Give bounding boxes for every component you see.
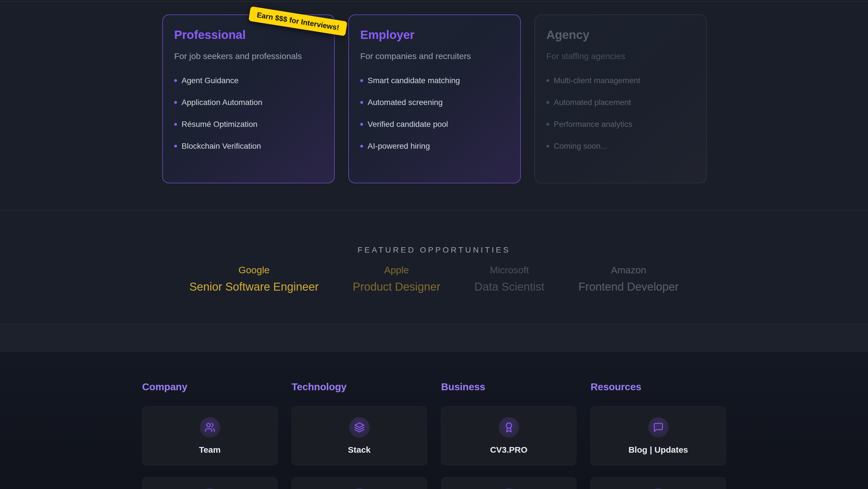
featured-item[interactable]: Microsoft Data Scientist bbox=[474, 264, 544, 294]
feature-label: AI-powered hiring bbox=[368, 142, 430, 151]
featured-item[interactable]: Amazon Frontend Developer bbox=[578, 264, 679, 294]
plan-feature-list: Smart candidate matching Automated scree… bbox=[360, 69, 509, 157]
spacer-strip bbox=[0, 324, 868, 352]
footer-card-partial[interactable] bbox=[142, 477, 277, 489]
featured-title: FEATURED OPPORTUNITIES bbox=[0, 246, 868, 255]
footer-column-title: Business bbox=[441, 381, 577, 393]
bullet-dot-icon bbox=[360, 79, 363, 82]
feature-item: Coming soon... bbox=[546, 135, 695, 157]
featured-carousel: Google Senior Software Engineer Apple Pr… bbox=[0, 264, 868, 294]
feature-label: Performance analytics bbox=[554, 120, 632, 129]
bullet-dot-icon bbox=[546, 101, 549, 104]
footer-card-label: CV3.PRO bbox=[441, 445, 576, 455]
plan-card-body: Agency For staffing agencies Multi-clien… bbox=[546, 28, 695, 157]
plan-title: Employer bbox=[360, 28, 509, 42]
plan-card-body: Professional For job seekers and profess… bbox=[174, 28, 323, 157]
footer-card-partial[interactable] bbox=[441, 477, 577, 489]
plan-feature-list: Agent Guidance Application Automation Ré… bbox=[174, 69, 323, 157]
page: Professional For job seekers and profess… bbox=[0, 0, 868, 489]
footer-card-partial[interactable] bbox=[291, 477, 427, 489]
icon-circle bbox=[648, 417, 669, 438]
feature-item: Smart candidate matching bbox=[360, 69, 509, 91]
featured-role: Senior Software Engineer bbox=[189, 280, 318, 294]
icon-circle bbox=[200, 417, 220, 438]
feature-item: Blockchain Verification bbox=[174, 135, 323, 157]
featured-section: FEATURED OPPORTUNITIES Google Senior Sof… bbox=[0, 210, 868, 324]
featured-role: Data Scientist bbox=[474, 280, 544, 294]
feature-label: Agent Guidance bbox=[182, 76, 239, 85]
feature-label: Application Automation bbox=[182, 98, 262, 107]
bullet-dot-icon bbox=[360, 101, 363, 104]
footer-card-partial[interactable] bbox=[591, 477, 726, 489]
feature-item: Multi-client management bbox=[546, 69, 695, 91]
featured-role: Frontend Developer bbox=[578, 280, 679, 294]
plan-tagline: For staffing agencies bbox=[546, 51, 695, 62]
footer-card-label: Blog | Updates bbox=[591, 445, 725, 455]
footer-column-resources: Resources Blog | Updates bbox=[591, 352, 726, 489]
featured-role: Product Designer bbox=[352, 280, 440, 294]
footer-column-technology: Technology Stack bbox=[291, 352, 427, 489]
bullet-dot-icon bbox=[174, 101, 177, 104]
feature-label: Verified candidate pool bbox=[368, 120, 448, 129]
bullet-dot-icon bbox=[174, 145, 177, 148]
feature-item: Automated placement bbox=[546, 91, 695, 113]
plan-tagline: For job seekers and professionals bbox=[174, 51, 323, 62]
footer-columns: Company Team Technology bbox=[142, 352, 726, 489]
footer-column-business: Business CV3.PRO bbox=[441, 352, 577, 489]
message-square-icon bbox=[653, 422, 664, 433]
plan-card-body: Employer For companies and recruiters Sm… bbox=[360, 28, 509, 157]
feature-item: Application Automation bbox=[174, 91, 323, 113]
footer-column-title: Resources bbox=[591, 381, 726, 393]
feature-label: Blockchain Verification bbox=[182, 142, 261, 151]
bullet-dot-icon bbox=[360, 145, 363, 148]
footer-column-title: Company bbox=[142, 381, 277, 393]
bullet-dot-icon bbox=[546, 145, 549, 148]
footer-card-stack[interactable]: Stack bbox=[291, 406, 427, 465]
feature-label: Automated screening bbox=[368, 98, 443, 107]
feature-item: Résumé Optimization bbox=[174, 113, 323, 135]
featured-company: Google bbox=[189, 264, 318, 276]
users-icon bbox=[205, 422, 215, 433]
feature-item: Agent Guidance bbox=[174, 69, 323, 91]
plans-section: Professional For job seekers and profess… bbox=[0, 0, 868, 210]
plan-title: Agency bbox=[546, 28, 695, 42]
feature-label: Smart candidate matching bbox=[368, 76, 460, 85]
feature-label: Résumé Optimization bbox=[182, 120, 257, 129]
footer-column-company: Company Team bbox=[142, 352, 277, 489]
plan-title: Professional bbox=[174, 28, 323, 42]
plan-card-professional[interactable]: Professional For job seekers and profess… bbox=[162, 15, 335, 183]
bullet-dot-icon bbox=[546, 79, 549, 82]
plan-tagline: For companies and recruiters bbox=[360, 51, 509, 62]
footer-card-cv3pro[interactable]: CV3.PRO bbox=[441, 406, 577, 465]
plan-card-employer[interactable]: Employer For companies and recruiters Sm… bbox=[348, 15, 521, 183]
feature-label: Multi-client management bbox=[554, 76, 640, 85]
feature-label: Automated placement bbox=[554, 98, 631, 107]
icon-circle bbox=[499, 417, 519, 438]
featured-item[interactable]: Apple Product Designer bbox=[352, 264, 440, 294]
plan-feature-list: Multi-client management Automated placem… bbox=[546, 69, 695, 157]
featured-company: Amazon bbox=[578, 264, 679, 276]
footer: Company Team Technology bbox=[0, 352, 868, 489]
footer-card-label: Stack bbox=[292, 445, 427, 455]
feature-item: Performance analytics bbox=[546, 113, 695, 135]
bullet-dot-icon bbox=[360, 123, 363, 126]
award-icon bbox=[503, 422, 514, 433]
bullet-dot-icon bbox=[174, 79, 177, 82]
featured-item[interactable]: Google Senior Software Engineer bbox=[189, 264, 318, 294]
icon-circle bbox=[349, 417, 370, 438]
footer-column-title: Technology bbox=[291, 381, 427, 393]
feature-item: AI-powered hiring bbox=[360, 135, 509, 157]
layers-icon bbox=[354, 422, 365, 433]
featured-company: Apple bbox=[352, 264, 440, 276]
bullet-dot-icon bbox=[546, 123, 549, 126]
feature-label: Coming soon... bbox=[554, 142, 607, 151]
feature-item: Automated screening bbox=[360, 91, 509, 113]
footer-card-label: Team bbox=[143, 445, 277, 455]
feature-item: Verified candidate pool bbox=[360, 113, 509, 135]
footer-card-team[interactable]: Team bbox=[142, 406, 277, 465]
footer-card-blog[interactable]: Blog | Updates bbox=[591, 406, 726, 465]
featured-company: Microsoft bbox=[474, 264, 544, 276]
plan-card-agency[interactable]: Agency For staffing agencies Multi-clien… bbox=[534, 15, 707, 183]
bullet-dot-icon bbox=[174, 123, 177, 126]
